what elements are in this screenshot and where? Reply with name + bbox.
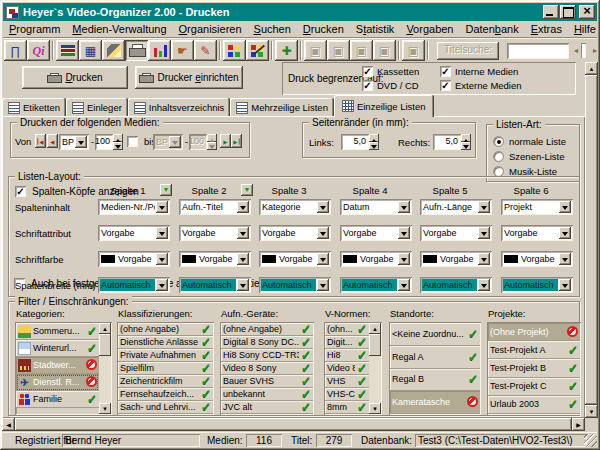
list-item[interactable]: Digit...✓ (325, 336, 369, 349)
statistik-button[interactable] (148, 40, 171, 61)
spin-up-icon[interactable] (461, 134, 471, 142)
menu-item-vorgaben[interactable]: Vorgaben (400, 22, 459, 36)
nav-first-button[interactable]: ◀ (35, 134, 46, 148)
list-item[interactable]: Kameratasche (390, 391, 480, 414)
horizontal-scrollbar[interactable]: ◀ ▶ (2, 418, 585, 431)
limit-checkbox-interne-medien[interactable]: ✓Interne Medien (440, 66, 518, 77)
spalteninhalt-combo-2[interactable]: Aufn.-Titel (179, 199, 251, 215)
dropdown-arrow-icon[interactable] (398, 279, 410, 291)
limit-checkbox-kassetten[interactable]: ✓Kassetten (362, 66, 419, 77)
menu-item-hilfe[interactable]: Hilfe (568, 22, 600, 36)
list-item[interactable]: unbekannt✓ (221, 388, 313, 401)
list-item[interactable]: Test-Projekt B✓ (488, 359, 580, 377)
schriftattribut-combo-5[interactable]: Vorgabe (420, 225, 492, 241)
scroll-left-icon[interactable]: ◀ (2, 418, 15, 431)
menu-item-medien-verwaltung[interactable]: Medien-Verwaltung (66, 22, 172, 36)
tab-mehrzeilige-listen[interactable]: Mehrzeilige Listen (230, 98, 334, 117)
programm-beenden-button[interactable]: ∏ (4, 40, 27, 61)
limit-checkbox-externe-medien[interactable]: ✓Externe Medien (440, 80, 522, 91)
list-item[interactable]: Familie✓ (16, 391, 99, 408)
dropdown-arrow-icon[interactable] (156, 227, 168, 239)
column-sort-button[interactable]: ▼ (160, 184, 172, 196)
scroll-right-icon[interactable]: ▶ (572, 418, 585, 431)
limit-checkbox-dvd-cd[interactable]: ✓DVD / CD (362, 80, 419, 91)
spalteninhalt-combo-1[interactable]: Medien-Nr./Pos. (98, 199, 170, 215)
menu-item-datenbank[interactable]: Datenbank (459, 22, 524, 36)
radio-szenen-liste[interactable]: Szenen-Liste (493, 150, 564, 162)
dropdown-arrow-icon[interactable] (156, 253, 168, 265)
list-item[interactable]: Zeichentrickfilm✓ (118, 375, 213, 388)
spaltenbreite-combo-1[interactable]: Automatisch (98, 277, 170, 293)
scroll-up-icon[interactable]: ▲ (99, 323, 111, 334)
spalteninhalt-combo-5[interactable]: Aufn.-Länge (420, 199, 492, 215)
dropdown-arrow-icon[interactable] (317, 253, 329, 265)
dropdown-arrow-icon[interactable] (398, 253, 410, 265)
dropdown-arrow-icon[interactable] (169, 136, 181, 148)
dropdown-arrow-icon[interactable] (559, 279, 571, 291)
menu-item-programm[interactable]: Programm (3, 22, 66, 36)
rechts-spinner[interactable]: 5,0 (433, 134, 471, 150)
vertical-scrollbar[interactable]: ▲ ▼ (585, 62, 598, 418)
scrollbar-thumb[interactable] (99, 334, 111, 356)
list-item[interactable]: Test-Projekt A✓ (488, 341, 580, 359)
tab-einleger[interactable]: Einleger (66, 98, 128, 117)
bis-checkbox[interactable]: bis (127, 136, 156, 147)
spalteninhalt-combo-6[interactable]: Projekt (501, 199, 573, 215)
list-item[interactable]: (ohne Angabe)✓ (221, 323, 313, 336)
drucken-button[interactable]: Drucken (22, 66, 128, 89)
title-search-prev-icon[interactable]: ◂ (574, 43, 578, 59)
listen-button[interactable]: ✎ (194, 40, 217, 61)
dropdown-arrow-icon[interactable] (559, 227, 571, 239)
links-spinner[interactable]: 5,0 (341, 134, 379, 150)
spaltenbreite-combo-2[interactable]: Automatisch (179, 277, 251, 293)
medien-verwaltung-button[interactable] (56, 40, 79, 61)
list-item[interactable]: Stadtwer... (16, 357, 99, 374)
tab-inhaltsverzeichnis[interactable]: Inhaltsverzeichnis (128, 98, 231, 117)
dropdown-arrow-icon[interactable] (478, 227, 490, 239)
dropdown-arrow-icon[interactable] (75, 136, 87, 148)
spin-up-icon[interactable] (369, 134, 379, 142)
list-item[interactable]: VHS-C✓ (325, 388, 369, 401)
list-item[interactable]: Urlaub 2003✓ (488, 396, 580, 414)
suchen-button[interactable] (102, 40, 125, 61)
dropdown-arrow-icon[interactable] (156, 201, 168, 213)
list-item[interactable]: Dienstliche Anlässe✓ (118, 336, 213, 349)
list-item[interactable]: Sommeru...✓ (16, 323, 99, 340)
close-button[interactable] (579, 5, 595, 19)
list-item[interactable]: Video 8✓ (325, 362, 369, 375)
list-item[interactable]: JVC alt✓ (221, 401, 313, 414)
hinzufuegen-button[interactable]: ✚ (275, 40, 298, 61)
schriftfarbe-combo-5[interactable]: Vorgabe (420, 251, 492, 267)
farb-einstellungen-button[interactable] (223, 40, 246, 61)
dropdown-arrow-icon[interactable] (317, 227, 329, 239)
list-item[interactable]: (Ohne Projekt) (488, 323, 580, 341)
spaltenbreite-combo-4[interactable]: Automatisch (340, 277, 412, 293)
scroll-down-icon[interactable]: ▼ (99, 403, 111, 414)
organisieren-button[interactable]: ▦ (79, 40, 102, 61)
dropdown-arrow-icon[interactable] (237, 279, 249, 291)
title-search-input[interactable] (507, 43, 569, 59)
dropdown-arrow-icon[interactable] (478, 279, 490, 291)
list-scrollbar[interactable]: ▲▼ (99, 323, 111, 414)
dropdown-arrow-icon[interactable] (398, 201, 410, 213)
list-item[interactable]: Bauer SVHS✓ (221, 375, 313, 388)
schriftfarbe-combo-4[interactable]: Vorgabe (340, 251, 412, 267)
resize-grip[interactable] (584, 434, 597, 447)
schriftfarbe-combo-6[interactable]: Vorgabe (501, 251, 573, 267)
vorgaben-button[interactable]: ☛ (171, 40, 194, 61)
dropdown-arrow-icon[interactable] (559, 201, 571, 213)
spin-down-icon[interactable] (461, 142, 471, 150)
menu-item-suchen[interactable]: Suchen (248, 22, 297, 36)
dropdown-arrow-icon[interactable] (317, 279, 329, 291)
nav-prev-button[interactable]: ◀ (47, 134, 58, 148)
list-scrollbar[interactable]: ▲▼ (369, 323, 381, 414)
schriftfarbe-combo-1[interactable]: Vorgabe (98, 251, 170, 267)
dropdown-arrow-icon[interactable] (156, 279, 168, 291)
list-item[interactable]: Fernsehaufzeich...✓ (118, 388, 213, 401)
scrollbar-thumb[interactable] (15, 418, 572, 431)
list-item[interactable]: Hi8 Sony CCD-TR3E✓ (221, 349, 313, 362)
title-search-next-icon[interactable]: ▸ (593, 43, 597, 59)
list-item[interactable]: (ohn...✓ (325, 323, 369, 336)
von-nummer-spinner[interactable]: 100 (95, 134, 123, 150)
list-item[interactable]: Sach- und Lehrvi...✓ (118, 401, 213, 414)
